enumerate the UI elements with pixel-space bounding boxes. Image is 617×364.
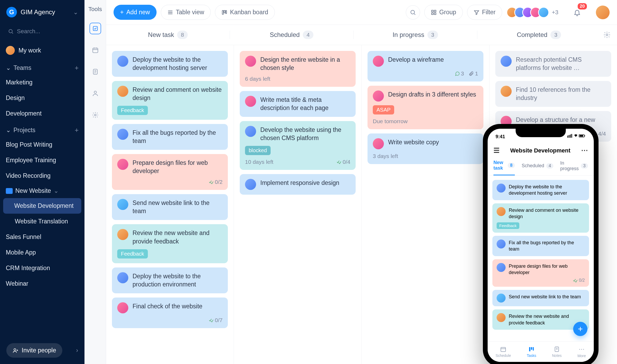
assignee-avatar — [373, 90, 384, 102]
attachment-icon: 1 — [469, 70, 478, 77]
more-icon[interactable]: ⋯ — [581, 146, 588, 155]
task-card[interactable]: Write meta title & meta description for … — [240, 91, 356, 117]
svg-rect-23 — [501, 347, 506, 352]
phone-nav-notes[interactable]: Notes — [552, 346, 562, 358]
assignee-avatar — [373, 56, 384, 67]
table-view-button[interactable]: Table view — [161, 5, 211, 20]
team-item-marketing[interactable]: Marketing — [0, 75, 84, 90]
svg-rect-25 — [531, 347, 532, 350]
chevron-down-icon: ⌄ — [6, 64, 11, 71]
board-settings-button[interactable] — [603, 31, 611, 39]
task-card[interactable]: Prepare design files for web developer0/… — [492, 259, 589, 287]
notes-tool-button[interactable] — [90, 66, 101, 78]
people-tool-button[interactable] — [90, 88, 101, 99]
project-item[interactable]: Webinar — [0, 276, 84, 291]
search-button[interactable] — [406, 5, 420, 20]
table-view-label: Table view — [176, 9, 204, 16]
svg-rect-18 — [570, 135, 571, 138]
task-card[interactable]: Develop a wireframe31 — [368, 51, 483, 82]
topbar: + Add new Table view Kanban board — [106, 0, 617, 25]
phone-nav-more[interactable]: ⋯ More — [577, 346, 586, 358]
task-card[interactable]: Prepare design files for web developer0/… — [112, 154, 228, 190]
collapse-sidebar-button[interactable]: › — [76, 347, 78, 354]
task-card[interactable]: Review and comment on website designFeed… — [112, 81, 228, 120]
settings-tool-button[interactable] — [90, 109, 101, 121]
task-card[interactable]: Implement responsive design — [240, 174, 356, 195]
invite-label: Invite people — [22, 347, 56, 354]
phone-nav-tasks[interactable]: Tasks — [527, 346, 536, 358]
task-card[interactable]: Deploy the website to the development ho… — [492, 180, 589, 200]
task-card[interactable]: Deploy the website to the production env… — [112, 267, 228, 293]
kanban-view-button[interactable]: Kanban board — [215, 5, 275, 20]
hamburger-icon[interactable]: ☰ — [493, 146, 500, 155]
project-item[interactable]: CRM Integration — [0, 260, 84, 276]
assignee-avatar — [117, 229, 128, 240]
notifications-button[interactable]: 20 — [570, 5, 584, 20]
task-card[interactable]: Find 10 references from the industry — [495, 81, 611, 107]
search-input[interactable]: Search... — [4, 25, 80, 38]
task-card[interactable]: Fix all the bugs reported by the team — [492, 236, 589, 256]
teams-section-header[interactable]: ⌄ Teams + — [0, 59, 84, 75]
phone-add-button[interactable]: + — [573, 322, 587, 336]
task-card[interactable]: Final check of the website0/7 — [112, 298, 228, 328]
project-folder-new-website[interactable]: New Website ⌄ — [0, 184, 84, 198]
team-item-design[interactable]: Design — [0, 90, 84, 106]
due-text: 6 days left — [245, 76, 270, 82]
grid-icon — [431, 9, 437, 15]
phone-tab-in-progress[interactable]: In progress 3 — [560, 160, 588, 175]
subproject-website-development[interactable]: Website Development — [3, 198, 81, 214]
team-item-development[interactable]: Development — [0, 106, 84, 121]
subproject-website-translation[interactable]: Website Translation — [0, 214, 84, 229]
workspace-logo: G — [6, 7, 17, 17]
filter-button[interactable]: Filter — [467, 5, 502, 20]
current-user-avatar[interactable] — [596, 6, 610, 19]
project-item[interactable]: Blog Post Writing — [0, 137, 84, 152]
add-new-button[interactable]: + Add new — [114, 5, 157, 20]
task-card[interactable]: Review the new website and provide feedb… — [112, 224, 228, 263]
task-card[interactable]: Design the entire website in a chosen st… — [240, 51, 356, 87]
task-title: Send new website link to the team — [133, 199, 223, 215]
task-card[interactable]: Write website copy3 days left — [368, 133, 483, 164]
invite-people-button[interactable]: Invite people — [6, 343, 62, 358]
my-work-link[interactable]: My work — [0, 42, 84, 59]
task-card[interactable]: Review and comment on website designFeed… — [492, 203, 589, 233]
task-title: Research potential CMS platforms for web… — [516, 56, 606, 72]
user-plus-icon — [13, 348, 18, 353]
phone-nav-schedule[interactable]: Schedule — [496, 346, 511, 358]
task-card[interactable]: Develop the website using the chosen CMS… — [240, 121, 356, 170]
task-card[interactable]: Deploy the website to the development ho… — [112, 51, 228, 77]
checklist-icon: 0/7 — [209, 317, 223, 323]
task-card[interactable]: Fix all the bugs reported by the team — [112, 124, 228, 150]
column-header-new-task: New task 8 — [106, 31, 230, 39]
workspace-switcher[interactable]: G GIM Agency ⌄ — [0, 0, 84, 23]
projects-section-header[interactable]: ⌄ Projects + — [0, 121, 84, 137]
add-team-button[interactable]: + — [75, 64, 79, 72]
phone-tab-scheduled[interactable]: Scheduled 4 — [522, 163, 553, 172]
group-button[interactable]: Group — [424, 5, 463, 20]
assignee-avatar — [497, 294, 506, 303]
project-item[interactable]: Sales Funnel — [0, 229, 84, 245]
column-in-progress: Develop a wireframe31Design drafts in 3 … — [362, 45, 489, 364]
task-tag: ASAP — [373, 105, 394, 114]
member-avatars[interactable]: +3 — [506, 7, 558, 18]
table-icon — [167, 9, 173, 15]
project-item[interactable]: Employee Training — [0, 152, 84, 168]
task-card[interactable]: Send new website link to the team — [112, 194, 228, 220]
task-card[interactable]: Research potential CMS platforms for web… — [495, 51, 611, 77]
assignee-avatar — [373, 138, 384, 149]
phone-tab-new-task[interactable]: New task 8 — [493, 160, 515, 175]
project-item[interactable]: Video Recording — [0, 168, 84, 184]
due-text: Due tomorrow — [373, 118, 408, 124]
task-card[interactable]: Design drafts in 3 different stylesASAPD… — [368, 86, 483, 129]
assignee-avatar — [497, 263, 506, 272]
task-card[interactable]: Send new website link to the team — [492, 290, 589, 306]
project-label: New Website — [15, 187, 51, 194]
project-item[interactable]: Mobile App — [0, 245, 84, 260]
add-project-button[interactable]: + — [75, 126, 79, 134]
task-title: Design drafts in 3 different styles — [388, 90, 476, 99]
calendar-tool-button[interactable] — [90, 44, 101, 56]
tasks-tool-button[interactable] — [90, 23, 101, 34]
svg-point-1 — [14, 348, 16, 350]
comments-icon: 3 — [455, 70, 464, 77]
task-title: Prepare design files for web developer — [133, 159, 223, 175]
